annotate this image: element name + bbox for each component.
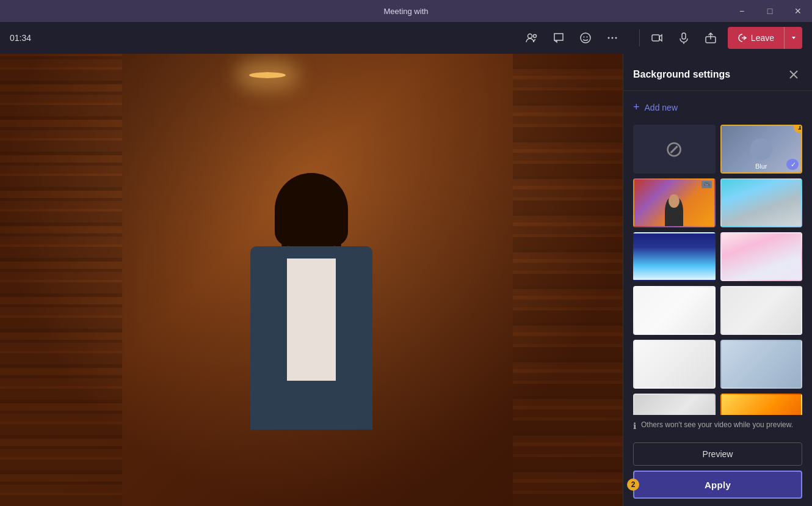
svg-point-7 <box>615 37 617 39</box>
toolbar-divider <box>639 29 640 46</box>
blur-label: Blur <box>755 163 767 170</box>
bg-option-4[interactable] <box>720 232 803 281</box>
people-button[interactable] <box>520 26 544 50</box>
bg-option-1[interactable]: 🎮 <box>633 178 716 227</box>
plus-icon: + <box>633 101 640 114</box>
bg-option-5[interactable] <box>633 286 716 335</box>
window-controls: − □ ✕ <box>728 0 812 22</box>
svg-rect-9 <box>682 33 686 39</box>
bg-none-option[interactable]: ⊘ <box>633 125 716 174</box>
chat-button[interactable] <box>546 26 571 50</box>
background-settings-panel: Background settings + Add new ⊘ 1 <box>623 54 812 506</box>
add-new-button[interactable]: + Add new <box>633 98 802 116</box>
maximize-button[interactable]: □ <box>756 0 784 22</box>
bg-settings-close-button[interactable] <box>785 66 802 83</box>
bg-option-6[interactable] <box>720 286 803 335</box>
svg-point-2 <box>581 33 590 43</box>
toolbar: 01:34 <box>0 22 812 54</box>
bg-grid-row-2: 🎮 <box>633 178 802 227</box>
bg-grid-row-1: ⊘ 1 Blur ✓ <box>633 125 802 174</box>
share-button[interactable] <box>698 26 723 50</box>
bg-grid-row-5 <box>633 340 802 389</box>
svg-point-4 <box>586 37 587 38</box>
person-hair <box>275 173 348 246</box>
leave-label: Leave <box>751 33 774 43</box>
mic-button[interactable] <box>672 26 696 50</box>
minimize-button[interactable]: − <box>728 0 756 22</box>
info-text: Others won't see your video while you pr… <box>641 420 793 430</box>
preview-button[interactable]: Preview <box>633 442 802 466</box>
apply-button[interactable]: Apply <box>633 471 802 499</box>
bg-settings-body: + Add new ⊘ 1 Blur ✓ <box>623 91 812 415</box>
bg-blur-option[interactable]: 1 Blur ✓ <box>720 125 803 174</box>
info-bar: ℹ Others won't see your video while you … <box>623 415 812 438</box>
svg-point-3 <box>583 37 584 38</box>
bg-grid-row-4 <box>633 286 802 335</box>
leave-dropdown-button[interactable] <box>784 27 802 49</box>
bg-settings-footer: Preview 2 Apply <box>623 438 812 506</box>
thumb-tag: 🎮 <box>701 181 712 188</box>
window-title: Meeting with <box>384 7 429 16</box>
bg-option-8[interactable] <box>720 340 803 389</box>
blur-avatar-icon <box>750 138 772 160</box>
svg-point-1 <box>533 35 536 38</box>
bg-grid-row-6 <box>633 394 802 415</box>
toolbar-icons <box>520 26 625 50</box>
reactions-button[interactable] <box>573 26 598 50</box>
person-shirt <box>287 258 336 381</box>
bg-option-3[interactable] <box>633 232 716 281</box>
bg-option-2[interactable] <box>720 178 803 227</box>
person-video <box>189 139 433 506</box>
bg-option-7[interactable] <box>633 340 716 389</box>
svg-rect-8 <box>652 35 659 41</box>
badge-2: 2 <box>627 479 639 491</box>
more-button[interactable] <box>600 26 625 50</box>
apply-button-wrapper: 2 Apply <box>633 471 802 499</box>
close-button[interactable]: ✕ <box>784 0 812 22</box>
svg-point-6 <box>611 37 613 39</box>
bg-grid-row-3 <box>633 232 802 281</box>
info-icon: ℹ <box>633 420 636 433</box>
svg-point-5 <box>607 37 609 39</box>
no-background-icon: ⊘ <box>665 136 683 162</box>
bg-settings-title: Background settings <box>633 69 730 80</box>
leave-button-group: Leave <box>728 27 802 49</box>
ceiling-light <box>249 72 286 78</box>
bg-settings-header: Background settings <box>623 54 812 91</box>
call-timer: 01:34 <box>10 33 31 43</box>
bg-option-10[interactable] <box>720 394 803 415</box>
bg-option-9[interactable] <box>633 394 716 415</box>
main-area: Background settings + Add new ⊘ 1 <box>0 54 812 506</box>
add-new-label: Add new <box>645 103 678 112</box>
media-controls <box>645 26 723 50</box>
check-icon: ✓ <box>786 159 797 170</box>
svg-point-0 <box>527 34 532 38</box>
titlebar: Meeting with − □ ✕ <box>0 0 812 22</box>
video-area <box>0 54 623 506</box>
camera-button[interactable] <box>645 26 669 50</box>
leave-button[interactable]: Leave <box>728 27 784 49</box>
